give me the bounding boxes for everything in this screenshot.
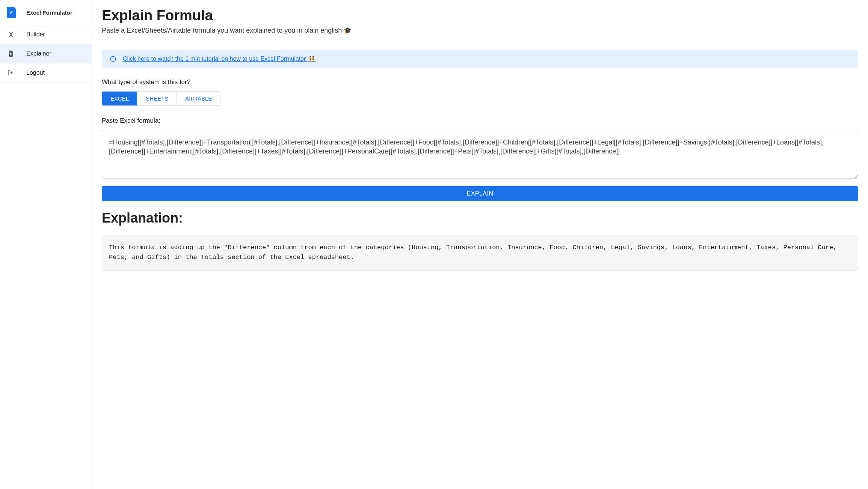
search-doc-icon	[7, 50, 15, 58]
sidebar-item-explainer[interactable]: Explainer	[0, 44, 92, 63]
svg-text:2: 2	[12, 32, 13, 34]
toggle-excel[interactable]: EXCEL	[102, 92, 137, 105]
formula-input-label: Paste Excel formula:	[102, 117, 858, 125]
main-content: Explain Formula Paste a Excel/Sheets/Air…	[92, 0, 868, 489]
system-type-label: What type of system is this for?	[102, 78, 858, 86]
subtitle-text: Paste a Excel/Sheets/Airtable formula yo…	[102, 27, 344, 34]
tutorial-link-text: Click here to watch the 1 min tutorial o…	[123, 56, 308, 62]
sidebar-item-label: Logout	[26, 69, 45, 76]
people-emoji: 👯	[308, 56, 315, 62]
explanation-heading: Explanation:	[102, 210, 858, 226]
explain-button[interactable]: EXPLAIN	[102, 186, 858, 201]
explanation-output: This formula is adding up the "Differenc…	[102, 235, 858, 271]
sidebar-item-builder[interactable]: 2 Builder	[0, 25, 92, 44]
logout-icon	[7, 69, 15, 77]
formula-icon: 2	[7, 30, 15, 39]
tutorial-link[interactable]: Click here to watch the 1 min tutorial o…	[123, 56, 315, 62]
info-icon	[109, 55, 117, 63]
system-type-toggle: EXCEL SHEETS AIRTABLE	[102, 91, 220, 106]
formula-textarea[interactable]	[102, 130, 858, 179]
sidebar-item-label: Builder	[26, 31, 45, 38]
sidebar-item-label: Explainer	[26, 50, 51, 57]
sidebar-item-logout[interactable]: Logout	[0, 63, 92, 83]
sidebar: Excel Formulator 2 Builder Explainer Log…	[0, 0, 92, 489]
graduation-cap-emoji: 🎓	[344, 27, 352, 34]
toggle-sheets[interactable]: SHEETS	[137, 92, 177, 105]
logo-icon	[7, 7, 16, 18]
svg-point-3	[113, 58, 113, 58]
tutorial-banner: Click here to watch the 1 min tutorial o…	[102, 50, 858, 68]
sidebar-header: Excel Formulator	[0, 0, 92, 25]
app-name: Excel Formulator	[26, 9, 72, 16]
sidebar-nav: 2 Builder Explainer Logout	[0, 25, 92, 83]
toggle-airtable[interactable]: AIRTABLE	[177, 92, 220, 105]
page-title: Explain Formula	[102, 8, 858, 24]
page-subtitle: Paste a Excel/Sheets/Airtable formula yo…	[102, 27, 858, 40]
